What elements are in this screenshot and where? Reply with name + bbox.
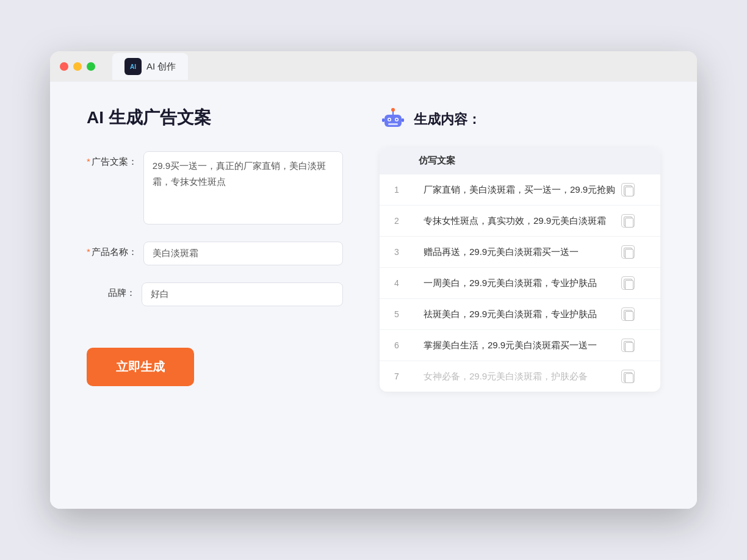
row-number: 1: [394, 185, 419, 195]
svg-point-7: [391, 108, 395, 112]
ad-copy-label: *广告文案：: [87, 151, 143, 168]
row-number: 2: [394, 216, 419, 226]
copy-button[interactable]: [621, 307, 635, 321]
row-number: 5: [394, 309, 419, 319]
table-row: 2 专抹女性斑点，真实功效，29.9元美白淡斑霜: [380, 205, 660, 236]
left-panel: AI 生成广告文案 *广告文案： 29.9买一送一，真正的厂家直销，美白淡斑霜，…: [87, 106, 343, 478]
copy-button[interactable]: [621, 370, 635, 383]
ad-copy-input[interactable]: 29.9买一送一，真正的厂家直销，美白淡斑霜，专抹女性斑点: [143, 151, 343, 224]
table-row: 5 祛斑美白，29.9元美白淡斑霜，专业护肤品: [380, 298, 660, 329]
traffic-lights: [60, 62, 95, 71]
table-rows-container: 1 厂家直销，美白淡斑霜，买一送一，29.9元抢购 2 专抹女性斑点，真实功效，…: [380, 174, 660, 392]
svg-rect-5: [388, 123, 398, 125]
product-name-group: *产品名称： 美白淡斑霜: [87, 242, 343, 265]
generate-button[interactable]: 立即生成: [87, 348, 194, 386]
row-text: 一周美白，29.9元美白淡斑霜，专业护肤品: [419, 278, 621, 289]
svg-point-3: [389, 119, 391, 121]
row-number: 6: [394, 340, 419, 350]
content-area: AI 生成广告文案 *广告文案： 29.9买一送一，真正的厂家直销，美白淡斑霜，…: [50, 82, 697, 509]
svg-point-4: [396, 119, 398, 121]
product-name-input[interactable]: 美白淡斑霜: [143, 242, 343, 265]
maximize-button[interactable]: [87, 62, 95, 71]
required-star-2: *: [87, 246, 90, 257]
minimize-button[interactable]: [73, 62, 82, 71]
table-row: 7 女神必备，29.9元美白淡斑霜，护肤必备: [380, 361, 660, 392]
page-title: AI 生成广告文案: [87, 106, 343, 129]
copy-button[interactable]: [621, 276, 635, 290]
brand-input[interactable]: 好白: [142, 282, 343, 306]
robot-icon: [380, 106, 406, 133]
row-text: 祛斑美白，29.9元美白淡斑霜，专业护肤品: [419, 309, 621, 320]
brand-group: 品牌： 好白: [87, 282, 343, 306]
table-row: 4 一周美白，29.9元美白淡斑霜，专业护肤品: [380, 267, 660, 298]
product-name-label: *产品名称：: [87, 242, 143, 258]
result-title: 生成内容：: [414, 110, 481, 129]
table-row: 1 厂家直销，美白淡斑霜，买一送一，29.9元抢购: [380, 174, 660, 205]
row-number: 3: [394, 247, 419, 257]
right-panel: 生成内容： 仿写文案 1 厂家直销，美白淡斑霜，买一送一，29.9元抢购 2 专…: [380, 106, 660, 478]
table-header: 仿写文案: [380, 148, 660, 174]
browser-tab[interactable]: AI 创作: [112, 53, 188, 80]
svg-rect-9: [402, 118, 404, 122]
row-text: 厂家直销，美白淡斑霜，买一送一，29.9元抢购: [419, 184, 621, 196]
close-button[interactable]: [60, 62, 68, 71]
copy-button[interactable]: [621, 214, 635, 228]
required-star: *: [87, 156, 90, 167]
browser-window: AI 创作 AI 生成广告文案 *广告文案： 29.9买一送一，真正的厂家直销，…: [50, 51, 697, 509]
copy-button[interactable]: [621, 245, 635, 259]
copy-button[interactable]: [621, 339, 635, 352]
row-text: 专抹女性斑点，真实功效，29.9元美白淡斑霜: [419, 215, 621, 227]
row-text: 掌握美白生活，29.9元美白淡斑霜买一送一: [419, 340, 621, 351]
row-text: 赠品再送，29.9元美白淡斑霜买一送一: [419, 246, 621, 258]
brand-label: 品牌：: [87, 282, 142, 299]
tab-label: AI 创作: [146, 61, 176, 73]
ai-brand-icon: [125, 58, 142, 75]
ad-copy-group: *广告文案： 29.9买一送一，真正的厂家直销，美白淡斑霜，专抹女性斑点: [87, 151, 343, 224]
svg-rect-8: [382, 118, 384, 122]
table-row: 6 掌握美白生活，29.9元美白淡斑霜买一送一: [380, 329, 660, 361]
result-header: 生成内容：: [380, 106, 660, 133]
table-header-label: 仿写文案: [419, 155, 621, 167]
title-bar: AI 创作: [50, 51, 697, 82]
row-number: 4: [394, 278, 419, 288]
table-row: 3 赠品再送，29.9元美白淡斑霜买一送一: [380, 236, 660, 267]
row-number: 7: [394, 372, 419, 381]
copy-button[interactable]: [621, 183, 635, 196]
row-text: 女神必备，29.9元美白淡斑霜，护肤必备: [419, 371, 621, 382]
result-table: 仿写文案 1 厂家直销，美白淡斑霜，买一送一，29.9元抢购 2 专抹女性斑点，…: [380, 148, 660, 392]
